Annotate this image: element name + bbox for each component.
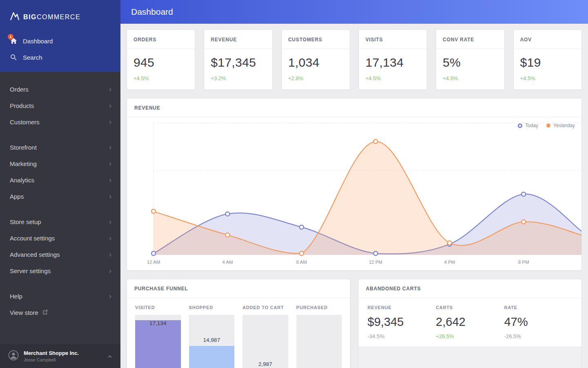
stat-label: CONV RATE <box>436 30 504 49</box>
bigcommerce-logo-text: BIGCOMMERCE <box>23 13 80 21</box>
funnel-stage-shopped: SHOPPED14,987 <box>185 298 239 368</box>
sidebar-item-storefront[interactable]: Storefront› <box>0 139 120 155</box>
x-tick-label: 8 AM <box>296 260 307 265</box>
user-info: Merchant Shoppe Inc. Jesse Campbell <box>24 350 102 362</box>
stat-value: $17,345 <box>204 49 272 70</box>
funnel-stage-purchased: PURCHASED945 <box>292 298 346 368</box>
chevron-right-icon: › <box>109 267 111 274</box>
sidebar-item-advanced-settings[interactable]: Advanced settings› <box>0 246 120 263</box>
funnel-stage-added-to-cart: ADDED TO CART2,987 <box>238 298 292 368</box>
page-header: Dashboard <box>120 0 588 24</box>
sidebar-menu: Orders›Products›Customers›Storefront›Mar… <box>0 72 120 321</box>
sidebar-item-account-settings[interactable]: Account settings› <box>0 230 120 246</box>
abandoned-metric-change: +26.5% <box>436 333 504 339</box>
funnel-body: VISITED17,134SHOPPED14,987ADDED TO CART2… <box>127 298 350 368</box>
funnel-stage-visited: VISITED17,134 <box>131 298 185 368</box>
user-account-switcher[interactable]: Merchant Shoppe Inc. Jesse Campbell <box>0 344 120 368</box>
home-icon: 1 <box>10 37 17 45</box>
x-tick-label: 4 PM <box>444 260 455 265</box>
abandoned-carts-panel: ABANDONED CARTS REVENUE$9,345-34.5%CARTS… <box>358 279 582 368</box>
sidebar-item-label: Account settings <box>10 235 55 242</box>
external-link-icon <box>42 309 48 316</box>
chart-legend: TodayYesterday <box>518 123 575 128</box>
funnel-stage-label: ADDED TO CART <box>243 305 288 310</box>
legend-label: Yesterday <box>553 123 575 128</box>
bigcommerce-logo[interactable]: BIGCOMMERCE <box>0 0 120 33</box>
menu-group: Help›View store <box>0 288 120 321</box>
x-tick-label: 12 PM <box>369 260 382 265</box>
x-tick-label: 12 AM <box>147 260 160 265</box>
sidebar-item-label: Apps <box>10 193 24 200</box>
sidebar-item-label: Marketing <box>10 160 37 167</box>
menu-group: Storefront›Marketing›Analytics›Apps› <box>0 139 120 204</box>
sidebar-item-customers[interactable]: Customers› <box>0 114 120 130</box>
page-title: Dashboard <box>131 7 173 17</box>
revenue-chart-body: TodayYesterday 12 AM4 AM8 AM12 PM4 PM8 P… <box>127 117 581 270</box>
sidebar-item-marketing[interactable]: Marketing› <box>0 155 120 172</box>
sidebar-item-label: Dashboard <box>23 38 53 45</box>
stat-card-visits: VISITS17,134+4.5% <box>359 29 427 90</box>
stat-change: +4.5% <box>359 70 427 90</box>
sidebar-item-label: Analytics <box>10 177 34 184</box>
stats-row: ORDERS945+4.5%REVENUE$17,345+3.2%CUSTOME… <box>127 29 582 90</box>
chevron-right-icon: › <box>109 292 111 300</box>
abandoned-metric-carts: CARTS2,642+26.5% <box>436 298 504 339</box>
x-tick-label: 4 AM <box>222 260 233 265</box>
purchase-funnel-title: PURCHASE FUNNEL <box>127 279 350 298</box>
legend-label: Today <box>525 123 538 128</box>
sidebar: BIGCOMMERCE 1 Dashboard Search Orders›Pr… <box>0 0 120 368</box>
chevron-up-icon <box>107 352 112 360</box>
funnel-bar: 14,987 <box>189 315 235 368</box>
chevron-right-icon: › <box>109 251 111 258</box>
abandoned-metric-value: $9,345 <box>368 315 436 329</box>
abandoned-carts-title: ABANDONED CARTS <box>359 279 581 298</box>
search-icon <box>10 54 17 61</box>
chevron-right-icon: › <box>109 193 111 200</box>
legend-item-today[interactable]: Today <box>518 123 538 128</box>
abandoned-metrics: REVENUE$9,345-34.5%CARTS2,642+26.5%RATE4… <box>359 298 581 339</box>
chevron-right-icon: › <box>109 176 111 184</box>
stat-value: 945 <box>127 49 195 70</box>
funnel-bar-value: 17,134 <box>135 320 181 326</box>
chevron-right-icon: › <box>109 218 111 225</box>
funnel-bar-value: 14,987 <box>189 337 235 343</box>
funnel-stage-label: VISITED <box>135 305 181 310</box>
sidebar-item-store-setup[interactable]: Store setup› <box>0 213 120 230</box>
x-tick-label: 8 PM <box>518 260 529 265</box>
chevron-right-icon: › <box>109 234 111 242</box>
stat-label: AOV <box>514 30 581 49</box>
abandoned-metric-value: 2,642 <box>436 315 504 329</box>
sidebar-item-orders[interactable]: Orders› <box>0 81 120 97</box>
sidebar-top: BIGCOMMERCE 1 Dashboard Search <box>0 0 120 72</box>
sidebar-item-apps[interactable]: Apps› <box>0 188 120 204</box>
menu-group: Orders›Products›Customers› <box>0 81 120 130</box>
legend-item-yesterday[interactable]: Yesterday <box>546 123 575 128</box>
stat-label: CUSTOMERS <box>282 30 350 49</box>
bigcommerce-logo-icon <box>10 11 20 23</box>
revenue-panel-title: REVENUE <box>127 99 581 117</box>
sidebar-item-label: Help <box>10 293 22 300</box>
stat-label: VISITS <box>359 30 427 49</box>
stat-value: 5% <box>436 49 504 70</box>
funnel-bar: 2,987 <box>243 315 288 368</box>
stat-value: $19 <box>514 49 581 70</box>
sidebar-item-server-settings[interactable]: Server settings› <box>0 263 120 279</box>
sidebar-item-analytics[interactable]: Analytics› <box>0 172 120 188</box>
funnel-stage-label: PURCHASED <box>296 305 342 310</box>
sidebar-item-products[interactable]: Products› <box>0 97 120 114</box>
stat-change: +4.5% <box>436 70 504 90</box>
sidebar-item-label: Storefront <box>10 144 37 151</box>
sidebar-item-dashboard[interactable]: 1 Dashboard <box>0 33 120 49</box>
sidebar-item-help[interactable]: Help› <box>0 288 120 304</box>
chevron-right-icon: › <box>109 160 111 167</box>
sidebar-item-search[interactable]: Search <box>0 49 120 65</box>
stat-label: REVENUE <box>204 30 272 49</box>
chart-x-axis: 12 AM4 AM8 AM12 PM4 PM8 PM <box>127 260 581 269</box>
sidebar-item-label: Customers <box>10 119 40 126</box>
abandoned-metric-label: REVENUE <box>368 305 436 310</box>
stat-change: +2.8% <box>282 70 350 90</box>
funnel-bar-fill <box>135 320 181 368</box>
sidebar-item-label: Orders <box>10 86 29 93</box>
stat-card-conv-rate: CONV RATE5%+4.5% <box>436 29 504 90</box>
sidebar-item-view-store[interactable]: View store <box>0 304 120 321</box>
